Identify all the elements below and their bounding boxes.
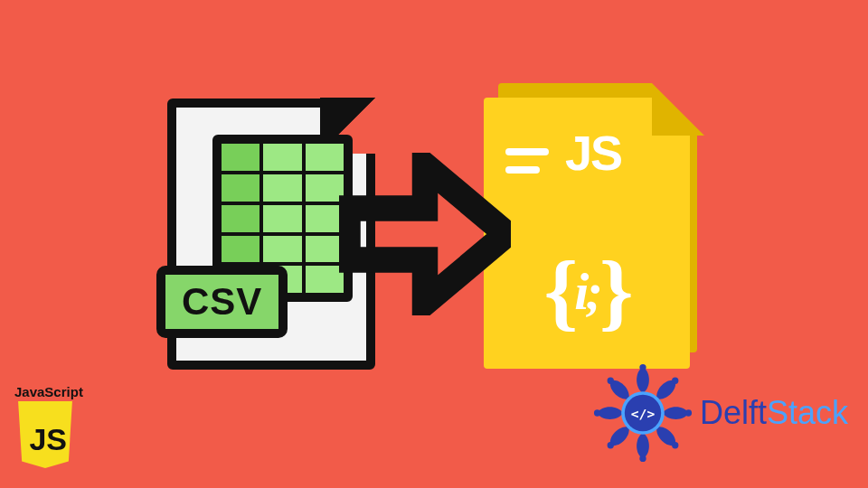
brand-name-part2: Stack [767, 394, 848, 431]
arrow-right-icon [339, 153, 511, 315]
hero-graphic: CSV JS {i;} [167, 94, 701, 374]
decorative-line-icon [505, 148, 549, 155]
svg-point-4 [640, 456, 646, 462]
svg-point-10 [608, 443, 613, 448]
javascript-badge-title: JavaScript [14, 384, 83, 399]
page-fold-icon [652, 83, 704, 136]
svg-point-6 [686, 410, 692, 416]
svg-point-7 [673, 379, 678, 384]
code-braces-icon: {i;} [484, 248, 690, 334]
svg-point-3 [640, 365, 646, 371]
svg-point-5 [595, 410, 600, 416]
delftstack-wordmark: DelftStack [700, 394, 848, 432]
delftstack-logo: </> DelftStack [593, 363, 848, 463]
javascript-badge: JavaScript JS [14, 384, 83, 468]
mandala-icon: </> [593, 363, 693, 463]
svg-point-9 [673, 443, 678, 448]
csv-badge-label: CSV [156, 266, 288, 338]
brand-name-part1: Delft [700, 394, 767, 431]
js-page: JS {i;} [484, 98, 690, 369]
svg-text:</>: </> [631, 406, 656, 421]
js-extension-label: JS [565, 125, 621, 181]
js-shield-icon: JS [14, 401, 76, 468]
js-file-icon: JS {i;} [484, 94, 701, 374]
js-shield-text: JS [29, 422, 67, 457]
svg-point-8 [608, 379, 613, 384]
